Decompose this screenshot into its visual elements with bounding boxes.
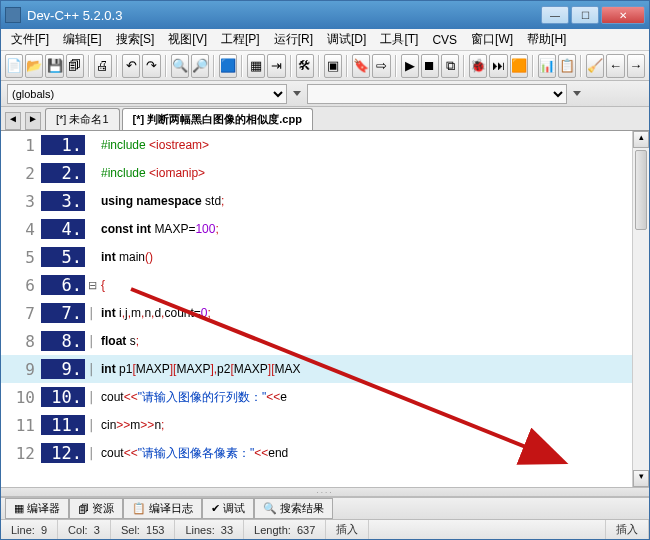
toolbar-button[interactable]: 🟦 [219, 54, 237, 78]
toolbar-button[interactable]: ▣ [324, 54, 342, 78]
toolbar-separator [395, 55, 397, 77]
menu-item[interactable]: 窗口[W] [465, 29, 519, 50]
fold-gutter[interactable]: │ [85, 335, 99, 347]
toolbar-button[interactable]: 💾 [45, 54, 63, 78]
line-number-outer: 9 [1, 360, 41, 379]
menu-item[interactable]: 编辑[E] [57, 29, 108, 50]
toolbar-button[interactable]: 🐞 [469, 54, 487, 78]
toolbar-button[interactable]: ⇥ [267, 54, 285, 78]
output-tab[interactable]: 🔍搜索结果 [254, 498, 333, 519]
output-tab[interactable]: ✔调试 [202, 498, 254, 519]
toolbar-button[interactable]: 🗐 [66, 54, 84, 78]
toolbar-button[interactable]: 📂 [25, 54, 43, 78]
toolbar-button[interactable]: ↷ [142, 54, 160, 78]
line-number-outer: 6 [1, 276, 41, 295]
code-text[interactable]: const int MAXP=100; [99, 222, 219, 236]
code-text[interactable]: #include <iostream> [99, 138, 209, 152]
chevron-down-icon [573, 91, 581, 96]
tab-label: 编译日志 [149, 501, 193, 516]
code-line[interactable]: 33.using namespace std; [1, 187, 632, 215]
code-line[interactable]: 44.const int MAXP=100; [1, 215, 632, 243]
toolbar-button[interactable]: ↶ [122, 54, 140, 78]
toolbar-button[interactable]: ⇨ [372, 54, 390, 78]
menu-item[interactable]: 帮助[H] [521, 29, 572, 50]
output-tab[interactable]: 📋编译日志 [123, 498, 202, 519]
menu-item[interactable]: 运行[R] [268, 29, 319, 50]
scroll-down-button[interactable]: ▾ [633, 470, 649, 487]
code-line[interactable]: 88.│ float s; [1, 327, 632, 355]
code-text[interactable]: cin>>m>>n; [99, 418, 164, 432]
toolbar-button[interactable]: 🔎 [191, 54, 209, 78]
code-text[interactable]: { [99, 278, 105, 292]
member-selector[interactable] [307, 84, 567, 104]
vertical-scrollbar[interactable]: ▴ ▾ [632, 131, 649, 487]
status-insert: 插入 [606, 520, 649, 539]
code-text[interactable]: cout<<"请输入图像的行列数："<<e [99, 389, 287, 406]
menu-item[interactable]: 视图[V] [162, 29, 213, 50]
fold-gutter[interactable]: ⊟ [85, 279, 99, 292]
toolbar-button[interactable]: ⧉ [441, 54, 459, 78]
output-tab[interactable]: ▦编译器 [5, 498, 69, 519]
code-text[interactable]: cout<<"请输入图像各像素："<<end [99, 445, 288, 462]
menu-item[interactable]: 文件[F] [5, 29, 55, 50]
code-line[interactable]: 22.#include <iomanip> [1, 159, 632, 187]
menu-item[interactable]: 搜索[S] [110, 29, 161, 50]
tab-icon: 🗐 [78, 503, 89, 515]
fold-gutter[interactable]: │ [85, 307, 99, 319]
fold-gutter[interactable]: │ [85, 419, 99, 431]
minimize-button[interactable]: — [541, 6, 569, 24]
code-text[interactable]: #include <iomanip> [99, 166, 205, 180]
code-line[interactable]: 1212.│ cout<<"请输入图像各像素："<<end [1, 439, 632, 467]
tab-next-button[interactable]: ► [25, 112, 41, 130]
fold-gutter[interactable]: │ [85, 363, 99, 375]
code-line[interactable]: 1010.│ cout<<"请输入图像的行列数："<<e [1, 383, 632, 411]
toolbar-separator [346, 55, 348, 77]
class-selector[interactable]: (globals) [7, 84, 287, 104]
tab-label: 调试 [223, 501, 245, 516]
code-text[interactable]: using namespace std; [99, 194, 224, 208]
file-tab[interactable]: [*] 判断两幅黑白图像的相似度.cpp [122, 108, 313, 130]
toolbar-button[interactable]: → [627, 54, 645, 78]
scroll-thumb[interactable] [635, 150, 647, 230]
toolbar-button[interactable]: 📊 [538, 54, 556, 78]
toolbar-button[interactable]: 🖨 [94, 54, 112, 78]
toolbar-button[interactable]: ▦ [247, 54, 265, 78]
menu-item[interactable]: CVS [426, 31, 463, 49]
toolbar-button[interactable]: 🧹 [586, 54, 604, 78]
code-line[interactable]: 11.#include <iostream> [1, 131, 632, 159]
code-text[interactable]: int i,j,m,n,d,count=0; [99, 306, 211, 320]
code-text[interactable]: float s; [99, 334, 139, 348]
code-editor[interactable]: 11.#include <iostream>22.#include <ioman… [1, 131, 632, 487]
splitter-grip[interactable]: ···· [1, 487, 649, 497]
line-number-inner: 5. [41, 247, 85, 267]
code-text[interactable]: int main() [99, 250, 153, 264]
toolbar-button[interactable]: 🛠 [296, 54, 314, 78]
code-text[interactable]: int p1[MAXP][MAXP],p2[MAXP][MAX [99, 362, 301, 376]
menu-item[interactable]: 调试[D] [321, 29, 372, 50]
code-line[interactable]: 99.│ int p1[MAXP][MAXP],p2[MAXP][MAX [1, 355, 632, 383]
maximize-button[interactable]: ☐ [571, 6, 599, 24]
fold-gutter[interactable]: │ [85, 391, 99, 403]
toolbar-button[interactable]: 📋 [558, 54, 576, 78]
toolbar-button[interactable]: ⏹ [421, 54, 439, 78]
code-line[interactable]: 77.│ int i,j,m,n,d,count=0; [1, 299, 632, 327]
scroll-up-button[interactable]: ▴ [633, 131, 649, 148]
file-tab[interactable]: [*] 未命名1 [45, 108, 120, 130]
toolbar-button[interactable]: 📄 [5, 54, 23, 78]
tab-icon: 📋 [132, 502, 146, 515]
code-line[interactable]: 66.⊟{ [1, 271, 632, 299]
output-tab[interactable]: 🗐资源 [69, 498, 123, 519]
toolbar-button[interactable]: 🔖 [352, 54, 370, 78]
code-line[interactable]: 55.int main() [1, 243, 632, 271]
toolbar-button[interactable]: ← [606, 54, 624, 78]
toolbar-button[interactable]: ▶ [401, 54, 419, 78]
menu-item[interactable]: 工程[P] [215, 29, 266, 50]
tab-prev-button[interactable]: ◄ [5, 112, 21, 130]
menu-item[interactable]: 工具[T] [374, 29, 424, 50]
toolbar-button[interactable]: 🔍 [171, 54, 189, 78]
close-button[interactable]: ✕ [601, 6, 645, 24]
fold-gutter[interactable]: │ [85, 447, 99, 459]
toolbar-button[interactable]: 🟧 [510, 54, 528, 78]
code-line[interactable]: 1111.│ cin>>m>>n; [1, 411, 632, 439]
toolbar-button[interactable]: ⏭ [489, 54, 507, 78]
